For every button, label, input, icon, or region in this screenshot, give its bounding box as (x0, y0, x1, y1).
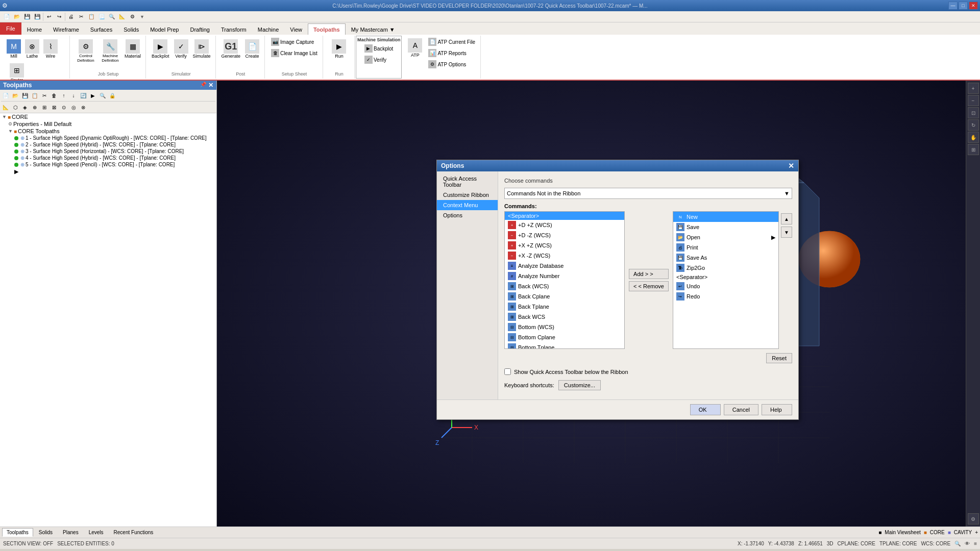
rcmd-zip2go[interactable]: 🗜 Zip2Go (673, 263, 778, 273)
cmd-xz-neg[interactable]: − +X -Z (WCS) (505, 251, 624, 261)
tp-icon10[interactable]: ⊗ (79, 103, 88, 112)
dialog-nav-context-menu[interactable]: Context Menu (437, 200, 498, 210)
lathe-button[interactable]: ⊗ Lathe (23, 38, 41, 61)
tp-filter[interactable]: 🔍 (98, 91, 107, 100)
tree-item-core-toolpaths[interactable]: ▼ ■ CORE Toolpaths (0, 128, 216, 135)
simulate-button[interactable]: ⧐ Simulate (191, 38, 212, 61)
tp-new[interactable]: 📄 (1, 91, 10, 100)
rcmd-redo[interactable]: ↪ Redo (673, 291, 778, 302)
qa-undo[interactable]: ↩ (44, 12, 54, 21)
bottom-tab-recent[interactable]: Recent Functions (109, 528, 158, 537)
qa-paste[interactable]: 📃 (97, 12, 106, 21)
rcmd-new[interactable]: N New (673, 212, 778, 222)
atp-button[interactable]: A ATP (406, 37, 424, 69)
qa-save2[interactable]: 💾 (33, 12, 42, 21)
tp-icon6[interactable]: ⊞ (40, 103, 49, 112)
qa-zoom[interactable]: 🔍 (107, 12, 116, 21)
toolpaths-pin[interactable]: 📌 (200, 82, 206, 89)
cmd-separator[interactable]: <Separator> (505, 212, 624, 220)
tp-icon4[interactable]: ◈ (20, 103, 30, 112)
atp-options-button[interactable]: ⚙ ATP Options (426, 59, 477, 69)
rcmd-undo[interactable]: ↩ Undo (673, 281, 778, 291)
dialog-nav-customize-ribbon[interactable]: Customize Ribbon (437, 190, 498, 200)
tp-down[interactable]: ↓ (69, 91, 78, 100)
qa-new[interactable]: 📄 (2, 12, 11, 21)
cavity-bottom-label[interactable]: CAVITY (954, 530, 972, 535)
minimize-button[interactable]: — (948, 2, 958, 10)
customize-kb-button[interactable]: Customize... (558, 380, 601, 390)
tp-regen[interactable]: 🔄 (79, 91, 88, 100)
qa-print[interactable]: 🖨 (66, 12, 76, 21)
show-qat-checkbox[interactable] (504, 368, 511, 375)
tp-icon8[interactable]: ⊙ (59, 103, 68, 112)
main-viewsheet-label[interactable]: Main Viewsheet (885, 530, 920, 535)
material-button[interactable]: ▦ Material (123, 38, 142, 61)
toolpaths-close[interactable]: ✕ (208, 82, 213, 89)
cmd-bottom-wcs[interactable]: ⊟ Bottom (WCS) (505, 322, 624, 332)
tab-solids[interactable]: Solids (118, 23, 144, 35)
move-down-button[interactable]: ▼ (781, 227, 792, 238)
generate-button[interactable]: G1 Generate (220, 38, 242, 61)
image-capture-button[interactable]: 📷 Image Capture (269, 37, 320, 47)
router-button[interactable]: ⊞ Router Design (5, 62, 29, 81)
dialog-close-button[interactable]: ✕ (788, 162, 794, 170)
tree-item-tp5[interactable]: ⊕ 5 - Surface High Speed (Pencil) - [WCS… (0, 161, 216, 168)
ms-backplot-button[interactable]: ▶ Backplot (362, 43, 395, 54)
machine-def-button[interactable]: 🔧 Machine Definition (99, 38, 122, 65)
control-def-button[interactable]: ⚙ Control Definition (74, 38, 97, 65)
help-button[interactable]: Help (762, 404, 792, 415)
tp-save[interactable]: 💾 (20, 91, 30, 100)
viewsheet-add[interactable]: + (975, 530, 978, 535)
tree-item-properties[interactable]: ⚙ Properties - Mill Default (0, 120, 216, 128)
tp-icon5[interactable]: ⊕ (30, 103, 39, 112)
clear-image-list-button[interactable]: 🗑 Clear Image List (269, 48, 320, 58)
tp-lock[interactable]: 🔒 (108, 91, 117, 100)
mill-button[interactable]: M Mill (5, 38, 22, 61)
tab-view[interactable]: View (284, 23, 308, 35)
cmd-back-cplane[interactable]: ⊞ Back Cplane (505, 291, 624, 302)
cmd-bottom-tplane[interactable]: ⊟ Bottom Tplane (505, 342, 624, 349)
tab-model-prep[interactable]: Model Prep (144, 23, 184, 35)
qa-open[interactable]: 📂 (12, 12, 21, 21)
tp-copy[interactable]: 📋 (30, 91, 39, 100)
reset-button[interactable]: Reset (766, 353, 792, 363)
bottom-tab-planes[interactable]: Planes (58, 528, 83, 537)
tab-wireframe[interactable]: Wireframe (47, 23, 85, 35)
tab-toolpaths[interactable]: Toolpaths (308, 23, 346, 35)
cmd-bottom-cplane[interactable]: ⊟ Bottom Cplane (505, 332, 624, 342)
run-button[interactable]: ▶ Run (330, 38, 348, 61)
qa-cut[interactable]: ✂ (77, 12, 86, 21)
qa-redo[interactable]: ↪ (55, 12, 64, 21)
remove-button[interactable]: < < Remove (629, 281, 669, 291)
qa-save[interactable]: 💾 (22, 12, 32, 21)
verify-button[interactable]: ✓ Verify (172, 38, 190, 61)
ok-button[interactable]: OK (690, 404, 721, 415)
close-button[interactable]: ✕ (969, 2, 978, 10)
dialog-nav-options[interactable]: Options (437, 210, 498, 220)
add-button[interactable]: Add > > (629, 269, 669, 279)
tree-item-tp4[interactable]: ⊕ 4 - Surface High Speed (Hybrid) - [WCS… (0, 155, 216, 161)
wire-button[interactable]: ⌇ Wire (42, 38, 59, 61)
rcmd-save[interactable]: 💾 Save (673, 222, 778, 232)
qa-copy[interactable]: 📋 (87, 12, 96, 21)
tab-my-mastercam[interactable]: My Mastercam ▼ (346, 23, 401, 35)
tp-open[interactable]: 📂 (11, 91, 20, 100)
rcmd-print[interactable]: 🖨 Print (673, 242, 778, 253)
bottom-tab-levels[interactable]: Levels (84, 528, 108, 537)
tp-up[interactable]: ↑ (59, 91, 68, 100)
cmd-xz-pos[interactable]: + +X +Z (WCS) (505, 240, 624, 251)
tab-file[interactable]: File (0, 22, 21, 35)
tab-drafting[interactable]: Drafting (184, 23, 215, 35)
core-bottom-label[interactable]: CORE (930, 530, 945, 535)
tree-item-core[interactable]: ▼ ■ CORE (0, 113, 216, 120)
cmd-back-wcs[interactable]: ⊞ Back (WCS) (505, 281, 624, 291)
create-button[interactable]: 📄 Create (243, 38, 261, 61)
tree-item-expand[interactable]: ▶ (0, 168, 216, 176)
rcmd-separator[interactable]: <Separator> (673, 273, 778, 281)
cmd-dz-neg[interactable]: − +D -Z (WCS) (505, 230, 624, 240)
tree-item-tp3[interactable]: ⊕ 3 - Surface High Speed (Horizontal) - … (0, 148, 216, 155)
tp-delete[interactable]: 🗑 (50, 91, 59, 100)
commands-dropdown[interactable]: Commands Not in the Ribbon ▼ (504, 188, 792, 199)
dialog-nav-quick-access[interactable]: Quick Access Toolbar (437, 173, 498, 190)
tab-surfaces[interactable]: Surfaces (85, 23, 118, 35)
